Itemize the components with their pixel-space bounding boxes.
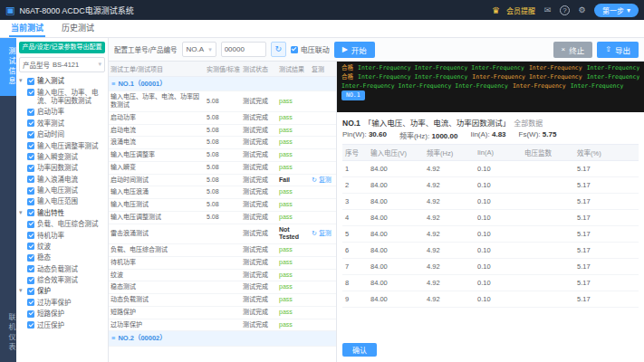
start-button[interactable]: ▶ 开始 <box>334 42 375 58</box>
retest-link[interactable]: ↻复测 <box>312 230 332 238</box>
result-row[interactable]: 284.004.920.105.17 <box>342 177 639 194</box>
retest-link[interactable]: ↻复测 <box>312 176 332 185</box>
test-row[interactable]: 雷击浪涌测试测试完成Not Tested↻复测 <box>109 224 337 244</box>
checkbox-checked-icon[interactable] <box>27 119 34 127</box>
tree-test-item[interactable]: 过压保护 <box>19 319 105 330</box>
checkbox-checked-icon[interactable] <box>27 153 34 160</box>
test-row[interactable]: 浪涌电流5.08测试完成pass <box>109 137 337 149</box>
test-group-row[interactable]: ≡NO.1（00001） <box>109 77 337 91</box>
tree-test-item[interactable]: 输入浪涌电流 <box>19 174 105 185</box>
test-row[interactable]: 输入电压浪涌5.08测试完成pass <box>109 186 337 199</box>
checkbox-checked-icon[interactable] <box>27 288 34 295</box>
checkbox-checked-icon[interactable] <box>27 142 34 149</box>
test-row[interactable]: 输入电压调整测试5.08测试完成pass <box>109 211 337 224</box>
result-row[interactable]: 684.004.920.105.17 <box>342 243 639 259</box>
workorder-select[interactable]: NO.A ▾ <box>182 42 216 57</box>
result-row[interactable]: 484.004.920.105.17 <box>342 210 639 226</box>
test-row[interactable]: 输入电压调整率5.08测试完成pass <box>109 149 337 162</box>
tree-test-item[interactable]: 纹波 <box>19 241 105 252</box>
tree-test-item[interactable]: 效率测试 <box>19 118 105 129</box>
checkbox-checked-icon[interactable] <box>27 187 34 195</box>
stop-button[interactable]: × 终止 <box>553 42 593 58</box>
step-button[interactable]: 第一步 ▾ <box>594 4 639 17</box>
tree-collapse-icon[interactable]: ▾ <box>19 77 24 84</box>
test-row[interactable]: 过功率保护测试完成pass <box>109 319 337 331</box>
checkbox-checked-icon[interactable] <box>27 321 34 329</box>
checkbox-checked-icon[interactable] <box>27 165 34 172</box>
refresh-serial-button[interactable]: ↻ <box>271 42 286 57</box>
tree-test-item[interactable]: 输入瞬变测试 <box>19 151 105 162</box>
tree-test-item[interactable]: 短路保护 <box>19 309 105 319</box>
checkbox-checked-icon[interactable] <box>27 198 34 205</box>
tree-test-item[interactable]: 稳态 <box>19 252 105 263</box>
checkbox-checked-icon[interactable] <box>27 109 34 116</box>
serial-number-input[interactable] <box>221 42 266 57</box>
test-row[interactable]: 输入电压测试5.08测试完成pass <box>109 199 337 212</box>
tree-test-item[interactable]: 负载、电压综合测试 <box>19 219 105 230</box>
checkbox-checked-icon[interactable] <box>27 277 34 284</box>
rail-item-instruments[interactable]: 联机仪表 <box>0 304 16 362</box>
test-row[interactable]: 短路保护测试完成pass <box>109 306 337 319</box>
result-row[interactable]: 784.004.920.105.17 <box>342 259 639 275</box>
tree-collapse-icon[interactable]: ▾ <box>19 209 24 216</box>
checkbox-checked-icon[interactable] <box>27 232 34 239</box>
test-row[interactable]: 动态负载测试测试完成pass <box>109 294 337 307</box>
result-row[interactable]: 184.004.920.105.17 <box>342 161 639 177</box>
tree-test-item[interactable]: 启动时间 <box>19 129 105 140</box>
test-group-row[interactable]: ≡NO.2（00002） <box>109 331 337 346</box>
test-row[interactable]: 负载、电压综合测试测试完成pass <box>109 244 337 257</box>
test-row[interactable]: 纹波测试完成pass <box>109 269 337 281</box>
test-row[interactable]: 输入瞬变5.08测试完成pass <box>109 161 337 174</box>
log-panel[interactable]: 合格Inter-Frequency Inter-Frequency Inter-… <box>337 62 644 112</box>
result-row[interactable]: 884.004.920.105.17 <box>342 275 639 291</box>
tab-history-test[interactable]: 历史测试 <box>60 20 96 37</box>
test-row[interactable]: 启动时间测试5.08测试完成Fail↻复测 <box>109 174 337 186</box>
rail-item-test-info[interactable]: 测试信息 <box>0 38 16 96</box>
result-row[interactable]: 384.004.920.105.17 <box>342 194 639 210</box>
test-row[interactable]: 稳态测试测试完成pass <box>109 281 337 294</box>
test-row[interactable]: 待机功率测试完成pass <box>109 256 337 269</box>
checkbox-checked-icon[interactable] <box>27 265 34 272</box>
gear-icon[interactable]: ⚙ <box>576 5 588 16</box>
test-row[interactable]: 启动电流5.08测试完成pass <box>109 124 337 137</box>
tree-test-item[interactable]: 动态负载测试 <box>19 263 105 274</box>
tree-test-item[interactable]: 功率因数测试 <box>19 163 105 174</box>
member-reminder-link[interactable]: 会员提醒 <box>506 5 535 15</box>
checkbox-checked-icon[interactable] <box>27 78 34 85</box>
checkbox-checked-icon[interactable] <box>27 310 34 318</box>
voltage-linkage-checkbox[interactable]: 电压联动 <box>291 44 330 54</box>
tree-test-item[interactable]: 输入电压范围 <box>19 196 105 207</box>
result-cell: 84.00 <box>368 259 424 275</box>
tree-test-item[interactable]: 启动功率 <box>19 107 105 118</box>
tree-group-item[interactable]: ▾输出特性 <box>19 207 105 218</box>
checkbox-checked-icon[interactable] <box>27 299 34 306</box>
checkbox-checked-icon[interactable] <box>27 176 34 183</box>
tree-collapse-icon[interactable]: ▾ <box>19 287 24 294</box>
result-row[interactable]: 584.004.920.105.17 <box>342 226 639 243</box>
tree-test-item[interactable]: 待机功率 <box>19 230 105 241</box>
help-icon[interactable]: ? <box>560 5 570 15</box>
checkbox-checked-icon[interactable] <box>27 209 34 216</box>
log-tag[interactable]: NO.1 <box>341 90 365 100</box>
checkbox-checked-icon[interactable] <box>27 221 34 228</box>
export-button[interactable]: ⇧ 导出 <box>597 42 639 58</box>
checkbox-checked-icon[interactable] <box>27 89 34 96</box>
tree-test-item[interactable]: 输入电压测试 <box>19 186 105 196</box>
checkbox-checked-icon[interactable] <box>27 131 34 138</box>
test-row[interactable]: 启动功率5.08测试完成pass <box>109 111 337 124</box>
tree-test-item[interactable]: 输入电压、功率、电流、功率因数测试 <box>19 87 105 107</box>
test-row[interactable]: 输入电压、功率、电流、功率因数测试5.08测试完成pass <box>109 91 337 112</box>
product-model-select[interactable]: 产品型号 BS-4121 ▾ <box>19 57 105 72</box>
tree-group-item[interactable]: ▾保护 <box>19 286 105 297</box>
message-icon[interactable]: ✉ <box>542 5 553 16</box>
tree-test-item[interactable]: 输入电压调整率测试 <box>19 140 105 151</box>
confirm-button[interactable]: 确认 <box>342 343 377 357</box>
export-config-button[interactable]: 产品/设定/记录参数导出配置 <box>19 42 105 53</box>
tab-current-test[interactable]: 当前测试 <box>9 20 45 37</box>
checkbox-checked-icon[interactable] <box>27 243 34 250</box>
checkbox-checked-icon[interactable] <box>27 254 34 262</box>
result-row[interactable]: 984.004.920.105.17 <box>342 291 639 308</box>
tree-group-item[interactable]: ▾输入测试 <box>19 76 105 87</box>
tree-test-item[interactable]: 过功率保护 <box>19 297 105 308</box>
tree-test-item[interactable]: 综合效率测试 <box>19 275 105 286</box>
